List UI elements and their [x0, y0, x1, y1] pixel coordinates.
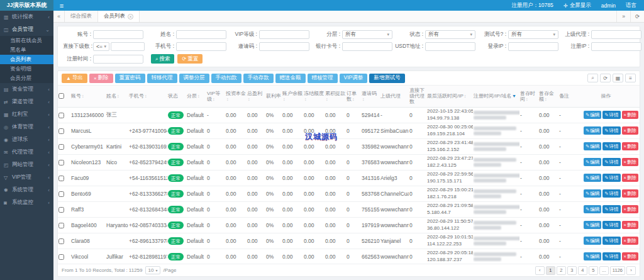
sidebar-item-blacklist[interactable]: 黑名单 — [0, 45, 53, 55]
page-button[interactable]: ... — [599, 266, 609, 275]
detail-button[interactable]: ✎详情 — [602, 142, 620, 150]
sidebar-item-stats-report[interactable]: ▥统计报表‹ — [0, 11, 53, 23]
column-header-first_time[interactable]: 首存时间↕ — [519, 86, 538, 107]
tab-member-list[interactable]: 会员列表× — [98, 11, 140, 22]
page-button[interactable]: 5 — [589, 266, 598, 275]
delete-button[interactable]: ×删除 — [622, 126, 638, 135]
delete-button[interactable]: ×删除 — [622, 237, 638, 245]
usdt-address-input[interactable] — [425, 42, 475, 51]
edit-button[interactable]: ✎编辑 — [584, 158, 601, 166]
fullscreen-button[interactable]: ✛ 全屏显示 — [564, 2, 591, 9]
sort-icon[interactable]: ↕ — [197, 94, 200, 98]
edit-button[interactable]: ✎编辑 — [584, 252, 601, 260]
delete-button[interactable]: ×删除 — [622, 158, 638, 166]
sort-icon[interactable]: ↕ — [248, 97, 250, 101]
name-input[interactable] — [176, 30, 226, 39]
column-header-account[interactable]: 账号↕ — [70, 86, 106, 107]
status-select[interactable]: 所有 — [425, 30, 475, 39]
tabs-collapse-button[interactable]: « — [53, 11, 65, 22]
delete-button[interactable]: ×删除 — [622, 221, 638, 229]
sidebar-item-system-monitor[interactable]: ◙系统监控‹ — [0, 196, 53, 209]
sidebar-item-system-management[interactable]: ✱系统管理‹ — [0, 184, 53, 196]
page-button[interactable]: 2 — [557, 266, 566, 275]
row-checkbox[interactable] — [58, 254, 64, 260]
tabs-refresh-icon[interactable]: ⟳ — [630, 11, 644, 22]
tab-summary-report[interactable]: 综合报表 — [65, 11, 98, 22]
detail-button[interactable]: ✎详情 — [602, 189, 620, 198]
page-button[interactable]: 3 — [567, 266, 577, 275]
phone-input[interactable] — [176, 42, 226, 51]
sort-icon[interactable]: ↕ — [526, 97, 528, 101]
sidebar-item-current-online-members[interactable]: 当前在线会员 — [0, 36, 53, 45]
menu-toggle-icon[interactable]: ≡ — [53, 0, 70, 11]
layer-select[interactable]: 所有 — [342, 30, 392, 39]
detail-button[interactable]: ✎详情 — [602, 174, 620, 182]
manual-deposit-button[interactable]: 手动存款 — [243, 74, 274, 83]
edit-button[interactable]: ✎编辑 — [584, 189, 601, 198]
vip-level-input[interactable] — [259, 30, 309, 39]
column-header-frozen[interactable]: 冻结额度↕ — [303, 86, 325, 107]
sort-icon[interactable]: ↕ — [213, 97, 215, 101]
column-header-first_amount[interactable]: 首存金额↕ — [538, 86, 558, 107]
add-test-account-button[interactable]: 新增测试号 — [369, 74, 405, 83]
delete-button[interactable]: ×删除 — [89, 74, 113, 83]
sidebar-item-channel-management[interactable]: ⇄渠道管理‹ — [0, 96, 53, 108]
direct-subordinates-operator-select[interactable]: <= — [93, 42, 109, 51]
bank-card-input[interactable] — [342, 42, 392, 51]
tab-close-icon[interactable]: × — [128, 14, 133, 20]
detail-button[interactable]: ✎详情 — [602, 237, 620, 245]
column-header-register[interactable]: 注册时间/IP/域名▼ — [473, 86, 519, 107]
audit-manage-button[interactable]: 稽核管理 — [308, 74, 338, 83]
sidebar-item-member-list[interactable]: 会员列表 — [0, 55, 53, 64]
row-checkbox[interactable] — [58, 160, 64, 165]
sort-desc-icon[interactable]: ▼ — [512, 94, 516, 98]
sort-icon[interactable]: ↕ — [283, 97, 286, 101]
sort-icon[interactable]: ↕ — [226, 97, 229, 101]
sort-icon[interactable]: ↕ — [362, 97, 365, 101]
sidebar-item-fund-management[interactable]: ▤资金管理‹ — [0, 83, 53, 96]
account-input[interactable] — [93, 30, 143, 39]
column-header-orders[interactable]: 订单数↕ — [346, 86, 361, 107]
row-checkbox[interactable] — [58, 207, 64, 213]
column-header-layer[interactable]: 分层↕ — [186, 86, 206, 107]
sort-icon[interactable]: ↕ — [304, 97, 307, 101]
column-header-withdraw[interactable]: 累积提款↕ — [325, 86, 346, 107]
edit-button[interactable]: ✎编辑 — [584, 174, 601, 182]
columns-icon[interactable]: ▦ — [613, 74, 623, 82]
delete-button[interactable]: ×删除 — [622, 189, 638, 198]
row-checkbox[interactable] — [58, 223, 64, 228]
transfer-agent-button[interactable]: 转移代理 — [147, 74, 177, 83]
row-checkbox[interactable] — [58, 191, 64, 197]
edit-button[interactable]: ✎编辑 — [584, 126, 601, 135]
language-menu[interactable]: 语言 — [626, 2, 636, 9]
page-button[interactable]: ‹ — [535, 266, 545, 275]
detail-button[interactable]: ✎详情 — [602, 205, 620, 213]
page-button[interactable]: 1126 — [610, 266, 625, 275]
sort-icon[interactable]: ↕ — [464, 94, 467, 98]
page-button[interactable]: 1 — [546, 266, 555, 275]
row-checkbox[interactable] — [58, 113, 64, 118]
detail-button[interactable]: ✎详情 — [602, 221, 620, 229]
user-menu[interactable]: admin — [601, 3, 616, 9]
reset-password-button[interactable]: 重置密码 — [115, 74, 145, 83]
row-checkbox[interactable] — [58, 238, 64, 244]
sort-icon[interactable]: ↕ — [326, 97, 328, 101]
edit-button[interactable]: ✎编辑 — [584, 142, 601, 150]
detail-button[interactable]: ✎详情 — [602, 126, 620, 135]
detail-button[interactable]: ✎详情 — [602, 111, 620, 119]
column-header-vip[interactable]: VIP等级↕ — [206, 86, 225, 107]
search-button[interactable]: ⌕搜索 — [151, 54, 174, 64]
per-page-select[interactable]: 10 — [145, 266, 161, 274]
refresh-icon[interactable]: ⟳ — [600, 74, 611, 82]
sort-icon[interactable]: ↕ — [145, 94, 147, 98]
sidebar-item-bonus-treasure[interactable]: ▦红利宝‹ — [0, 108, 53, 121]
manual-debit-button[interactable]: 手动扣款 — [211, 74, 242, 83]
sidebar-item-vip-management[interactable]: ▽VIP管理‹ — [0, 171, 53, 184]
select-all-checkbox[interactable] — [58, 93, 64, 99]
sidebar-item-agent-management[interactable]: ✉代理管理‹ — [0, 146, 53, 159]
register-time-input[interactable] — [93, 55, 143, 64]
sidebar-item-goal-fun[interactable]: ◉进球乐‹ — [0, 133, 53, 146]
tabs-forward-icon[interactable]: » — [616, 11, 630, 22]
column-header-active[interactable]: 最后活跃时间/IP↕ — [426, 86, 473, 107]
edit-button[interactable]: ✎编辑 — [584, 205, 601, 213]
